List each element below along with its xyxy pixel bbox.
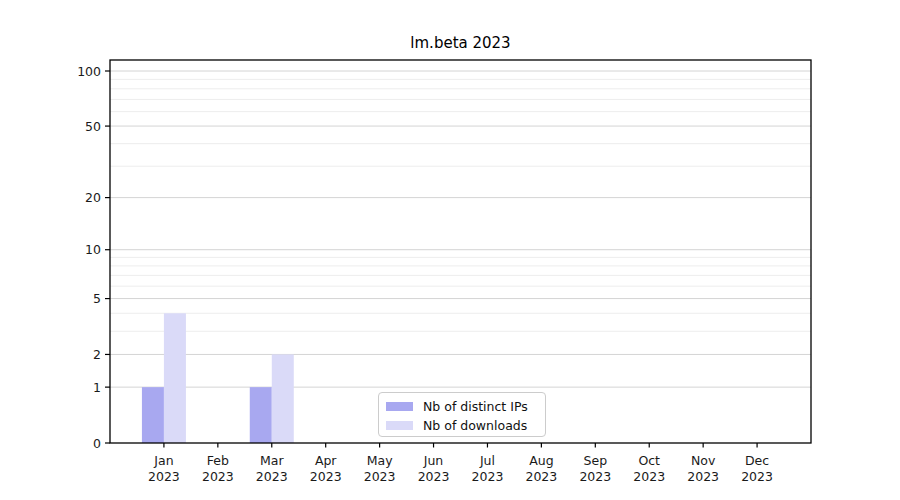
svg-text:Aug: Aug — [529, 453, 553, 468]
svg-text:1: 1 — [93, 380, 101, 395]
svg-text:2023: 2023 — [148, 469, 180, 484]
svg-text:20: 20 — [85, 190, 101, 205]
svg-text:10: 10 — [85, 242, 101, 257]
svg-text:2023: 2023 — [202, 469, 234, 484]
legend-item-distinct-ips: Nb of distinct IPs — [386, 397, 537, 416]
svg-text:Apr: Apr — [315, 453, 337, 468]
svg-text:Jul: Jul — [479, 453, 495, 468]
svg-text:2023: 2023 — [741, 469, 773, 484]
svg-text:Jan: Jan — [153, 453, 173, 468]
legend: Nb of distinct IPs Nb of downloads — [378, 392, 546, 437]
svg-text:2023: 2023 — [687, 469, 719, 484]
svg-text:2023: 2023 — [256, 469, 288, 484]
legend-swatch-distinct-ips — [386, 402, 413, 411]
svg-text:Feb: Feb — [207, 453, 229, 468]
svg-text:Oct: Oct — [638, 453, 660, 468]
svg-text:2023: 2023 — [525, 469, 557, 484]
svg-text:Dec: Dec — [745, 453, 769, 468]
svg-text:2023: 2023 — [418, 469, 450, 484]
figure: lm.beta 2023 0125102050100Jan2023Feb2023… — [0, 0, 900, 500]
svg-text:100: 100 — [77, 64, 101, 79]
legend-label-distinct-ips: Nb of distinct IPs — [423, 399, 528, 414]
svg-text:0: 0 — [93, 436, 101, 451]
svg-text:2023: 2023 — [310, 469, 342, 484]
svg-text:2023: 2023 — [472, 469, 504, 484]
svg-text:2: 2 — [93, 347, 101, 362]
svg-text:Sep: Sep — [584, 453, 608, 468]
svg-text:2023: 2023 — [633, 469, 665, 484]
svg-text:Nov: Nov — [691, 453, 716, 468]
svg-text:May: May — [367, 453, 393, 468]
legend-label-downloads: Nb of downloads — [423, 418, 527, 433]
legend-swatch-downloads — [386, 421, 413, 430]
legend-item-downloads: Nb of downloads — [386, 416, 537, 435]
svg-text:Jun: Jun — [423, 453, 444, 468]
svg-text:2023: 2023 — [364, 469, 396, 484]
svg-text:2023: 2023 — [579, 469, 611, 484]
svg-text:Mar: Mar — [260, 453, 284, 468]
svg-text:5: 5 — [93, 291, 101, 306]
svg-text:50: 50 — [85, 119, 101, 134]
